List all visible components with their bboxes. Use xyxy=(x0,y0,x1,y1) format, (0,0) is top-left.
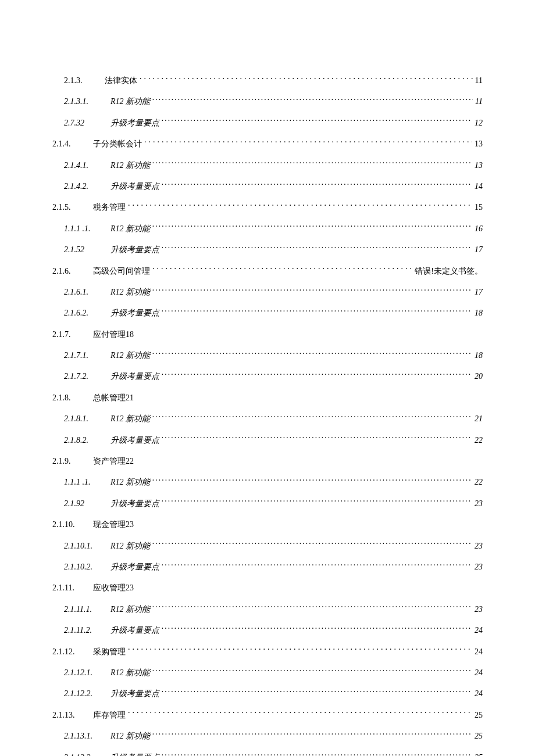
toc-entry-title: 升级考量要点 xyxy=(110,307,162,320)
toc-entry[interactable]: 2.7.32升级考量要点12 xyxy=(52,117,483,130)
toc-entry-title: 升级考量要点 xyxy=(110,497,162,510)
toc-entry[interactable]: 2.1.4.子分类帐会计13 xyxy=(52,138,483,151)
toc-leader xyxy=(162,625,472,633)
toc-entry-page: 24 xyxy=(472,624,483,637)
toc-entry-title: R12 新功能 xyxy=(110,603,152,616)
toc-entry-title: 升级考量要点 xyxy=(110,561,162,574)
toc-entry[interactable]: 2.1.13.2.升级考量要点25 xyxy=(52,751,483,757)
toc-entry-page: 24 xyxy=(472,687,483,700)
toc-entry[interactable]: 2.1.52升级考量要点17 xyxy=(52,243,483,256)
toc-entry[interactable]: 2.1.10.2.升级考量要点23 xyxy=(52,561,483,574)
toc-leader xyxy=(152,667,472,675)
toc-leader xyxy=(136,329,480,337)
toc-entry-number: 2.1.8. xyxy=(52,392,93,404)
toc-leader xyxy=(162,181,472,189)
toc-entry-title: R12 新功能 xyxy=(110,667,152,679)
toc-entry[interactable]: 2.1.7.2.升级考量要点20 xyxy=(52,370,483,383)
toc-entry-number: 2.1.3. xyxy=(64,74,105,87)
toc-entry-title: 升级考量要点 xyxy=(110,751,162,757)
toc-entry[interactable]: 1.1.1 .1.R12 新功能22 xyxy=(52,476,483,489)
toc-entry-title: R12 新功能 xyxy=(110,159,152,172)
toc-entry-title: 采购管理 xyxy=(93,646,128,658)
toc-entry[interactable]: 2.1.7.1.R12 新功能18 xyxy=(52,349,483,362)
toc-entry[interactable]: 2.1.11.2.升级考量要点24 xyxy=(52,624,483,637)
toc-entry[interactable]: 2.1.3.1.R12 新功能11 xyxy=(52,95,483,108)
toc-leader xyxy=(136,456,480,464)
toc-entry[interactable]: 2.1.8.2.升级考量要点22 xyxy=(52,434,483,447)
toc-entry[interactable]: 2.1.7.应付管理18 xyxy=(52,328,483,341)
toc-entry[interactable]: 2.1.13.库存管理25 xyxy=(52,709,483,722)
toc-leader xyxy=(152,730,472,739)
toc-entry-title: 库存管理 xyxy=(93,709,128,722)
toc-entry[interactable]: 2.1.4.1.R12 新功能13 xyxy=(52,159,483,172)
toc-entry-title: 总帐管理21 xyxy=(93,392,136,404)
toc-entry[interactable]: 1.1.1 .1.R12 新功能16 xyxy=(52,223,483,235)
toc-entry[interactable]: 2.1.12.2.升级考量要点24 xyxy=(52,687,483,700)
toc-entry-number: 2.1.7.2. xyxy=(64,370,110,383)
toc-entry[interactable]: 2.1.8.1.R12 新功能21 xyxy=(52,413,483,425)
toc-entry-title: R12 新功能 xyxy=(110,223,152,235)
toc-entry[interactable]: 2.1.10.现金管理23 xyxy=(52,518,483,531)
toc-entry-number: 2.1.4.2. xyxy=(64,180,110,193)
toc-entry[interactable]: 2.1.12.1.R12 新功能24 xyxy=(52,667,483,679)
toc-entry-number: 2.1.10.2. xyxy=(64,561,110,574)
toc-entry[interactable]: 2.1.3.法律实体11 xyxy=(52,74,483,87)
toc-leader xyxy=(162,435,472,443)
toc-entry[interactable]: 2.1.9.资产管理22 xyxy=(52,455,483,468)
toc-leader xyxy=(162,498,472,506)
toc-entry-page: 22 xyxy=(472,476,483,489)
toc-entry-number: 2.1.52 xyxy=(64,243,110,256)
toc-entry-number: 2.1.7.1. xyxy=(64,349,110,362)
toc-entry-number: 2.1.11. xyxy=(52,582,93,594)
toc-entry-number: 2.1.13.2. xyxy=(64,751,110,757)
toc-entry-number: 2.7.32 xyxy=(64,117,110,130)
toc-leader xyxy=(140,75,473,83)
toc-entry-title: 法律实体 xyxy=(105,74,140,87)
toc-entry[interactable]: 2.1.13.1.R12 新功能25 xyxy=(52,730,483,743)
toc-entry-page: 20 xyxy=(472,370,483,383)
toc-leader xyxy=(162,561,472,569)
toc-entry[interactable]: 2.1.4.2.升级考量要点14 xyxy=(52,180,483,193)
toc-leader xyxy=(152,223,472,231)
toc-entry[interactable]: 2.1.10.1.R12 新功能23 xyxy=(52,540,483,553)
toc-entry-number: 2.1.11.2. xyxy=(64,624,110,637)
toc-entry-page: 16 xyxy=(472,223,483,235)
toc-entry-page: 11 xyxy=(473,74,483,87)
toc-entry[interactable]: 2.1.6.1.R12 新功能17 xyxy=(52,286,483,299)
toc-entry-page: 25 xyxy=(472,709,483,722)
toc-entry[interactable]: 2.1.6.2.升级考量要点18 xyxy=(52,307,483,320)
toc-entry-title: 资产管理22 xyxy=(93,455,136,468)
toc-entry[interactable]: 2.1.12.采购管理24 xyxy=(52,646,483,658)
toc-entry-number: 2.1.13.1. xyxy=(64,730,110,743)
toc-leader xyxy=(136,392,480,400)
toc-entry-title: R12 新功能 xyxy=(110,540,152,553)
toc-entry-number: 2.1.12.2. xyxy=(64,687,110,700)
toc-entry-page: 13 xyxy=(472,159,483,172)
toc-leader xyxy=(152,286,472,295)
toc-entry[interactable]: 2.1.5.税务管理15 xyxy=(52,201,483,214)
toc-entry[interactable]: 2.1.8.总帐管理21 xyxy=(52,392,483,404)
toc-entry-number: 2.1.7. xyxy=(52,328,93,341)
toc-leader xyxy=(152,96,473,104)
toc-entry-number: 2.1.6.1. xyxy=(64,286,110,299)
toc-entry-page: 11 xyxy=(473,95,483,108)
toc-entry-page: 23 xyxy=(472,497,483,510)
toc-entry[interactable]: 2.1.11.1.R12 新功能23 xyxy=(52,603,483,616)
toc-leader xyxy=(152,350,472,358)
toc-entry-number: 2.1.8.2. xyxy=(64,434,110,447)
toc-entry-page: 23 xyxy=(472,603,483,616)
toc-entry-title: R12 新功能 xyxy=(110,413,152,425)
toc-entry-title: 高级公司间管理 xyxy=(93,265,152,278)
table-of-contents: 2.1.3.法律实体112.1.3.1.R12 新功能112.7.32升级考量要… xyxy=(52,74,483,756)
toc-entry-page: 25 xyxy=(472,751,483,757)
toc-leader xyxy=(152,476,472,485)
toc-entry-page: 21 xyxy=(472,413,483,425)
toc-entry[interactable]: 2.1.6.高级公司间管理错误!未定义书签。 xyxy=(52,265,483,278)
toc-entry[interactable]: 2.1.11.应收管理23 xyxy=(52,582,483,594)
toc-entry-page: 24 xyxy=(472,646,483,658)
toc-entry-page: 12 xyxy=(472,117,483,130)
toc-entry-title: 升级考量要点 xyxy=(110,687,162,700)
toc-leader xyxy=(136,519,480,527)
toc-entry-number: 2.1.6.2. xyxy=(64,307,110,320)
toc-entry[interactable]: 2.1.92升级考量要点23 xyxy=(52,497,483,510)
